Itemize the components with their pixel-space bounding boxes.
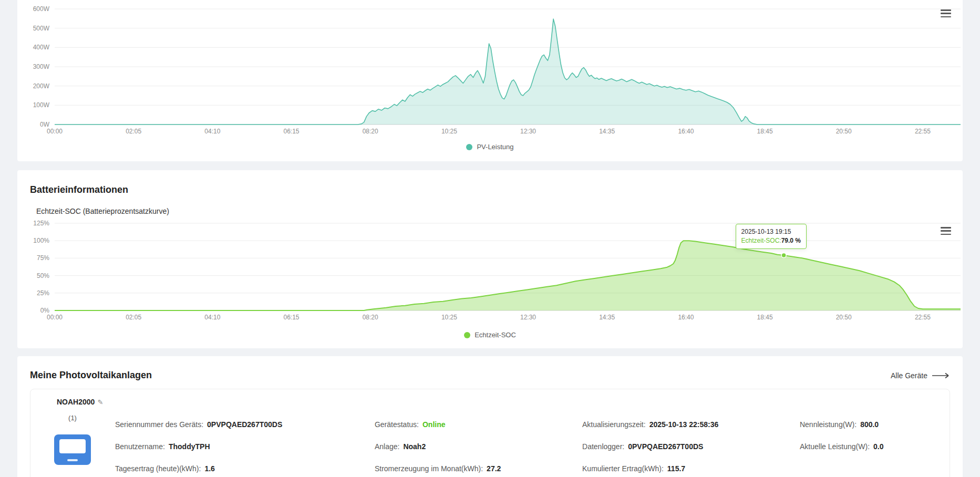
field-label: Nennleistung(W): xyxy=(800,420,857,429)
device-screen xyxy=(59,439,86,453)
svg-text:12:30: 12:30 xyxy=(520,314,536,321)
svg-text:0%: 0% xyxy=(40,307,50,314)
device-field-username: Benutzername:ThoddyTPH xyxy=(115,442,375,451)
menu-bar xyxy=(941,16,951,18)
edit-icon[interactable]: ✎ xyxy=(97,399,103,406)
legend-dot-icon xyxy=(464,332,470,338)
tooltip-value-row: Echtzeit-SOC:79.0 % xyxy=(741,236,801,245)
svg-text:04:10: 04:10 xyxy=(204,128,220,135)
soc-chart-menu-icon[interactable] xyxy=(941,227,951,235)
legend-dot-icon xyxy=(466,144,472,150)
svg-text:18:45: 18:45 xyxy=(757,314,773,321)
field-label: Aktuelle Leistung(W): xyxy=(800,442,870,451)
svg-text:0W: 0W xyxy=(40,121,50,128)
svg-text:75%: 75% xyxy=(37,254,49,262)
field-value: 1.6 xyxy=(204,464,214,473)
field-label: Tagesertrag (heute)(kWh): xyxy=(115,464,201,473)
tooltip-time: 2025-10-13 19:15 xyxy=(741,227,801,236)
device-field-total-energy: Kumulierter Ertrag(kWh):115.7 xyxy=(582,464,800,473)
svg-text:22:55: 22:55 xyxy=(915,314,931,321)
device-name: NOAH2000 xyxy=(57,398,95,406)
field-value: 27.2 xyxy=(487,464,501,473)
svg-text:04:10: 04:10 xyxy=(204,314,220,321)
device-field-plant: Anlage:Noah2 xyxy=(375,442,582,451)
menu-bar xyxy=(941,13,951,14)
device-name-row: NOAH2000 ✎ xyxy=(57,398,103,406)
pv-legend-label: PV-Leistung xyxy=(477,143,513,151)
dashboard-page: 0W100W200W300W400W500W600W00:0002:0504:1… xyxy=(0,0,980,477)
svg-text:02:05: 02:05 xyxy=(126,128,141,135)
tooltip-series-label: Echtzeit-SOC: xyxy=(741,237,781,244)
device-card: NOAH2000 ✎ (1) Seriennummer des Geräts:0… xyxy=(30,389,950,477)
pv-power-card: 0W100W200W300W400W500W600W00:0002:0504:1… xyxy=(17,0,963,161)
svg-text:100%: 100% xyxy=(33,237,49,244)
pv-power-chart[interactable]: 0W100W200W300W400W500W600W00:0002:0504:1… xyxy=(17,0,963,161)
field-value: 0PVPQAED267T00DS xyxy=(207,420,282,429)
field-value: ThoddyTPH xyxy=(169,442,210,451)
svg-text:20:50: 20:50 xyxy=(836,314,852,321)
device-field-status: Gerätestatus:Online xyxy=(375,420,582,429)
device-field-update-time: Aktualisierungszeit:2025-10-13 22:58:36 xyxy=(582,420,800,429)
field-value: 2025-10-13 22:58:36 xyxy=(649,420,719,429)
all-devices-label: Alle Geräte xyxy=(891,371,927,380)
soc-legend-label: Echtzeit-SOC xyxy=(474,331,516,339)
pv-chart-legend[interactable]: PV-Leistung xyxy=(17,143,963,151)
field-label: Aktualisierungszeit: xyxy=(582,420,646,429)
svg-text:00:00: 00:00 xyxy=(47,128,63,135)
battery-info-card: Batterieinformationen Echtzeit-SOC (Batt… xyxy=(17,170,963,348)
device-field-daily-energy: Tagesertrag (heute)(kWh):1.6 xyxy=(115,464,375,473)
devices-header: Meine Photovoltaikanlagen Alle Geräte xyxy=(17,356,963,381)
device-field-serial-number: Seriennummer des Geräts:0PVPQAED267T00DS xyxy=(115,420,375,429)
device-field-rated-power: Nennleistung(W):800.0 xyxy=(800,420,939,429)
device-field-datalogger: Datenlogger:0PVPQAED267T00DS xyxy=(582,442,800,451)
svg-text:600W: 600W xyxy=(33,5,50,13)
svg-text:25%: 25% xyxy=(37,289,49,297)
pv-chart-menu-icon[interactable] xyxy=(941,9,951,17)
svg-text:02:05: 02:05 xyxy=(126,314,141,321)
svg-text:06:15: 06:15 xyxy=(283,128,299,135)
arrow-right-icon xyxy=(932,372,950,379)
svg-text:400W: 400W xyxy=(33,44,50,51)
field-label: Gerätestatus: xyxy=(375,420,419,429)
chart-tooltip: 2025-10-13 19:15 Echtzeit-SOC:79.0 % xyxy=(736,224,807,249)
svg-text:500W: 500W xyxy=(33,25,50,32)
field-value: 0.0 xyxy=(873,442,883,451)
tooltip-value: 79.0 % xyxy=(781,237,801,244)
svg-text:14:35: 14:35 xyxy=(599,128,615,135)
svg-text:06:15: 06:15 xyxy=(283,314,299,321)
field-label: Benutzername: xyxy=(115,442,165,451)
svg-text:16:40: 16:40 xyxy=(678,314,694,321)
all-devices-link[interactable]: Alle Geräte xyxy=(891,371,950,380)
svg-text:10:25: 10:25 xyxy=(441,314,457,321)
menu-bar xyxy=(941,234,951,235)
field-label: Anlage: xyxy=(375,442,399,451)
soc-chart[interactable]: 0%25%50%75%100%125%00:0002:0504:1006:150… xyxy=(17,170,963,348)
soc-chart-legend[interactable]: Echtzeit-SOC xyxy=(17,331,963,339)
svg-text:08:20: 08:20 xyxy=(363,128,378,135)
device-image xyxy=(54,434,91,465)
field-label: Kumulierter Ertrag(kWh): xyxy=(582,464,664,473)
menu-bar xyxy=(941,9,951,11)
field-value: Noah2 xyxy=(403,442,426,451)
svg-text:100W: 100W xyxy=(33,101,50,109)
device-field-current-power: Aktuelle Leistung(W):0.0 xyxy=(800,442,939,451)
svg-text:125%: 125% xyxy=(33,220,49,227)
svg-text:12:30: 12:30 xyxy=(520,128,536,135)
field-label: Seriennummer des Geräts: xyxy=(115,420,203,429)
svg-text:200W: 200W xyxy=(33,82,50,90)
menu-bar xyxy=(941,230,951,232)
menu-bar xyxy=(941,227,951,229)
device-field-monthly-energy: Stromerzeugung im Monat(kWh):27.2 xyxy=(375,464,582,473)
field-value: 0PVPQAED267T00DS xyxy=(628,442,703,451)
svg-text:18:45: 18:45 xyxy=(757,128,773,135)
svg-text:10:25: 10:25 xyxy=(441,128,457,135)
field-value: 115.7 xyxy=(667,464,685,473)
devices-section-title: Meine Photovoltaikanlagen xyxy=(30,370,152,381)
field-label: Datenlogger: xyxy=(582,442,624,451)
svg-text:14:35: 14:35 xyxy=(599,314,615,321)
device-info-grid: Seriennummer des Geräts:0PVPQAED267T00DS… xyxy=(115,420,939,473)
svg-text:20:50: 20:50 xyxy=(836,128,852,135)
devices-card: Meine Photovoltaikanlagen Alle Geräte NO… xyxy=(17,356,963,477)
device-count: (1) xyxy=(54,414,91,422)
svg-text:08:20: 08:20 xyxy=(363,314,378,321)
